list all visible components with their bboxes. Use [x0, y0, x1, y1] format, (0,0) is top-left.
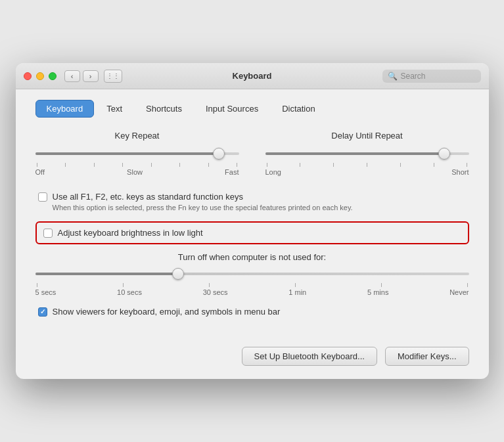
- tab-bar: Keyboard Text Shortcuts Input Sources Di…: [35, 100, 469, 118]
- key-repeat-group: Key Repeat: [35, 131, 239, 176]
- turnoff-fill: [35, 273, 179, 275]
- delay-repeat-thumb[interactable]: [438, 148, 450, 160]
- fn-keys-sublabel: When this option is selected, press the …: [53, 203, 353, 213]
- delay-repeat-range-labels: Long Short: [265, 168, 469, 176]
- tab-text[interactable]: Text: [95, 100, 133, 118]
- key-repeat-track: [35, 152, 239, 155]
- show-viewers-row: Show viewers for keyboard, emoji, and sy…: [35, 307, 469, 317]
- key-repeat-ticks: [35, 163, 239, 167]
- search-box[interactable]: 🔍 Search: [382, 70, 481, 83]
- show-viewers-checkbox[interactable]: [38, 307, 47, 317]
- turnoff-5mins: 5 mins: [367, 288, 388, 296]
- turnoff-1min: 1 min: [288, 288, 306, 296]
- brightness-highlight-box: Adjust keyboard brightness in low light: [35, 221, 469, 244]
- fn-keys-labels: Use all F1, F2, etc. keys as standard fu…: [53, 192, 353, 213]
- delay-repeat-slider[interactable]: [265, 147, 469, 160]
- search-placeholder: Search: [401, 72, 426, 81]
- turnoff-never: Never: [449, 288, 469, 296]
- key-repeat-thumb[interactable]: [213, 148, 225, 160]
- delay-repeat-track: [265, 152, 469, 155]
- forward-icon: ›: [89, 72, 92, 80]
- turnoff-range-labels: 5 secs 10 secs 30 secs 1 min 5 mins Neve…: [35, 288, 469, 296]
- tab-shortcuts[interactable]: Shortcuts: [135, 100, 193, 118]
- turnoff-label: Turn off when computer is not used for:: [35, 252, 469, 262]
- turnoff-slider[interactable]: [35, 267, 469, 280]
- sliders-row: Key Repeat: [35, 131, 469, 176]
- window-title: Keyboard: [233, 71, 272, 81]
- maximize-button[interactable]: [49, 72, 57, 80]
- key-repeat-slider[interactable]: [35, 147, 239, 160]
- fn-keys-checkbox[interactable]: [38, 192, 47, 202]
- turnoff-track: [35, 273, 469, 275]
- grid-button[interactable]: ⋮⋮: [104, 70, 122, 83]
- forward-button[interactable]: ›: [83, 70, 99, 82]
- turnoff-ticks: [35, 283, 469, 287]
- tab-dictation[interactable]: Dictation: [271, 100, 327, 118]
- key-repeat-off: Off: [35, 168, 45, 176]
- show-viewers-label: Show viewers for keyboard, emoji, and sy…: [53, 307, 281, 317]
- turnoff-5secs: 5 secs: [35, 288, 57, 296]
- delay-repeat-ticks: [265, 163, 469, 167]
- key-repeat-fill: [35, 152, 219, 155]
- delay-repeat-label: Delay Until Repeat: [265, 131, 469, 141]
- key-repeat-label: Key Repeat: [35, 131, 239, 141]
- back-button[interactable]: ‹: [64, 70, 80, 82]
- back-icon: ‹: [71, 72, 74, 80]
- delay-repeat-group: Delay Until Repeat L: [265, 131, 469, 176]
- bluetooth-keyboard-button[interactable]: Set Up Bluetooth Keyboard...: [242, 347, 377, 366]
- minimize-button[interactable]: [36, 72, 44, 80]
- fn-keys-row: Use all F1, F2, etc. keys as standard fu…: [35, 192, 469, 213]
- close-button[interactable]: [24, 72, 32, 80]
- tab-input-sources[interactable]: Input Sources: [195, 100, 269, 118]
- brightness-label: Adjust keyboard brightness in low light: [58, 228, 203, 238]
- key-repeat-range-labels: Off Slow Fast: [35, 168, 239, 176]
- delay-repeat-short: Short: [451, 168, 469, 176]
- grid-icon: ⋮⋮: [106, 72, 120, 79]
- turnoff-30secs: 30 secs: [203, 288, 228, 296]
- fn-keys-label: Use all F1, F2, etc. keys as standard fu…: [53, 192, 353, 202]
- turnoff-10secs: 10 secs: [117, 288, 142, 296]
- key-repeat-fast: Fast: [225, 168, 239, 176]
- tab-keyboard[interactable]: Keyboard: [35, 100, 95, 118]
- titlebar: ‹ › ⋮⋮ Keyboard 🔍 Search: [16, 63, 489, 89]
- search-icon: 🔍: [388, 72, 398, 81]
- delay-repeat-long: Long: [265, 168, 281, 176]
- key-repeat-slow: Slow: [127, 168, 143, 176]
- traffic-lights: [24, 72, 57, 80]
- footer-buttons: Set Up Bluetooth Keyboard... Modifier Ke…: [35, 336, 469, 366]
- brightness-checkbox[interactable]: [43, 229, 53, 238]
- content-area: Keyboard Text Shortcuts Input Sources Di…: [16, 89, 489, 378]
- nav-buttons: ‹ ›: [64, 70, 99, 82]
- modifier-keys-button[interactable]: Modifier Keys...: [385, 347, 469, 366]
- turnoff-slider-group: 5 secs 10 secs 30 secs 1 min 5 mins Neve…: [35, 267, 469, 296]
- delay-repeat-fill: [265, 152, 445, 155]
- keyboard-window: ‹ › ⋮⋮ Keyboard 🔍 Search Keyboard Text S…: [16, 63, 489, 378]
- turnoff-thumb[interactable]: [172, 268, 184, 280]
